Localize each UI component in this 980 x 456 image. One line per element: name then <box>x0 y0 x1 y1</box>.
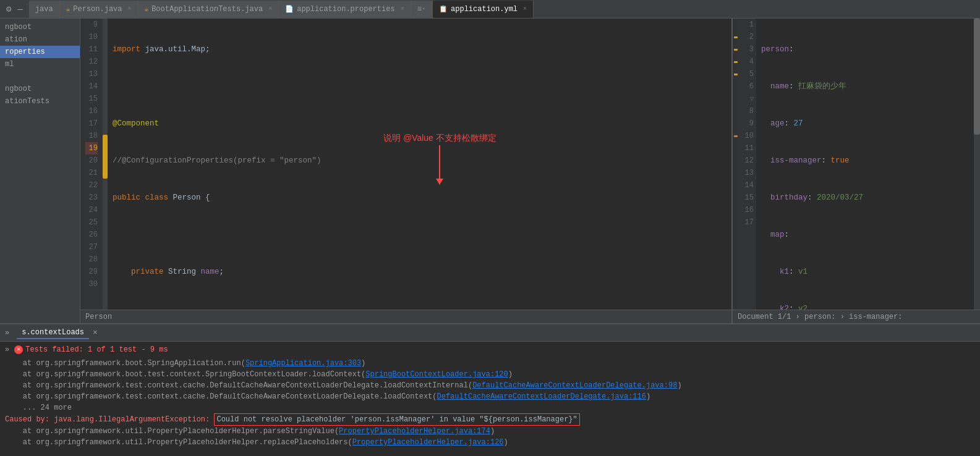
tab-java-label: java <box>35 5 53 14</box>
minimize-icon[interactable]: — <box>15 3 25 15</box>
rln-8: 8 <box>741 105 754 117</box>
link-replaceplaceholders[interactable]: PropertyPlaceholderHelper.java:126 <box>352 438 504 447</box>
ln-14: 14 <box>85 80 98 93</box>
code-line-9: import java.util.Map; <box>113 43 726 56</box>
bottom-content[interactable]: » ✕ Tests failed: 1 of 1 test - 9 ms at … <box>0 342 980 456</box>
link-springapplication[interactable]: SpringApplication.java:303 <box>245 359 361 368</box>
code-container-left[interactable]: 9 10 11 12 13 14 15 16 17 18 19 20 21 22… <box>80 19 731 310</box>
filename-label: Person <box>85 313 112 321</box>
tab-appyml[interactable]: 📋 application.yml × <box>433 1 534 18</box>
bottom-panel: » s.contextLoads × » ✕ Tests failed: 1 o… <box>0 323 980 456</box>
gutter-4 <box>733 56 739 68</box>
link-defaultcache-98[interactable]: DefaultCacheAwareContextLoaderDelegate.j… <box>472 381 677 390</box>
close-tab-boottest[interactable]: × <box>268 6 272 12</box>
left-scroll-col <box>103 19 108 310</box>
gutter-14 <box>733 179 739 192</box>
tests-status-row: » ✕ Tests failed: 1 of 1 test - 9 ms <box>5 344 975 355</box>
rln-12: 12 <box>741 154 754 167</box>
main-area: ngboot ation roperties ml ngboot ationTe… <box>0 19 980 323</box>
close-tab-appprops[interactable]: × <box>401 6 404 12</box>
rln-1: 1 <box>741 19 754 31</box>
settings-icon[interactable]: ⚙ <box>4 2 14 15</box>
tab-split-label: ≡· <box>417 5 426 14</box>
tab-boottest[interactable]: ☕ BootApplicationTests.java × <box>138 1 279 18</box>
bottom-tab-label: s.contextLoads <box>22 328 84 337</box>
link-defaultcache-116[interactable]: DefaultCacheAwareContextLoaderDelegate.j… <box>437 392 646 401</box>
code-line-10 <box>113 80 726 93</box>
tab-java[interactable]: java <box>29 1 60 18</box>
rln-15: 15 <box>741 192 754 204</box>
gutter-indicator-yellow3 <box>734 61 738 63</box>
stack-line-4: ... 24 more <box>5 402 975 413</box>
close-tab-person[interactable]: × <box>128 6 132 12</box>
tab-person-label: Person.java <box>73 5 122 14</box>
sidebar-item-properties[interactable]: roperties <box>0 46 80 58</box>
line-numbers-right: 1 2 3 4 5 6 ▽ 8 9 10 11 12 13 14 15 16 1 <box>739 19 756 310</box>
ln-23: 23 <box>85 192 98 204</box>
ln-21: 21 <box>85 167 98 179</box>
gutter-6 <box>733 80 739 93</box>
props-icon: 📄 <box>285 5 294 13</box>
sidebar-item-ation[interactable]: ation <box>0 33 80 46</box>
gutter-15 <box>733 192 739 204</box>
gutter-5 <box>733 68 739 80</box>
gutter-indicator-yellow <box>734 36 738 38</box>
rln-14: 14 <box>741 179 754 192</box>
rln-11: 11 <box>741 142 754 154</box>
code-line-11: @Component <box>113 117 726 130</box>
fold-7[interactable]: ▽ <box>750 93 754 106</box>
gutter-12 <box>733 154 739 167</box>
tab-boottest-label: BootApplicationTests.java <box>151 5 263 14</box>
code-line-13: public class Person { <box>113 192 726 204</box>
right-scroll-thumb <box>974 19 980 135</box>
rln-10: 10 <box>741 130 754 142</box>
yaml-line-4: iss-manager: true <box>761 154 969 167</box>
bottom-expand-icon[interactable]: » <box>5 344 9 355</box>
tab-appprops-label: application.properties <box>297 5 394 14</box>
ln-9: 9 <box>85 19 98 31</box>
tab-appyml-label: application.yml <box>451 5 518 14</box>
link-bootcontextloader[interactable]: SpringBootContextLoader.java:120 <box>365 370 508 379</box>
code-container-right[interactable]: 1 2 3 4 5 6 ▽ 8 9 10 11 12 13 14 15 16 1 <box>733 19 980 310</box>
sidebar-item-ngboot2[interactable]: ngboot <box>0 83 80 95</box>
ln-27: 27 <box>85 241 98 253</box>
rln-5: 5 <box>741 68 754 80</box>
code-line-12: //@ConfigurationProperties(prefix = "per… <box>113 154 726 167</box>
tab-person-java[interactable]: ☕ Person.java × <box>60 1 138 18</box>
close-tab-appyml[interactable]: × <box>523 6 527 12</box>
java-icon-2: ☕ <box>145 5 149 13</box>
expand-arrow-icon[interactable]: » <box>5 329 9 337</box>
ln-25: 25 <box>85 216 98 229</box>
sidebar-item-ationtests[interactable]: ationTests <box>0 95 80 108</box>
gutter-17 <box>733 216 739 229</box>
editor-left: 9 10 11 12 13 14 15 16 17 18 19 20 21 22… <box>80 19 733 323</box>
right-scrollbar[interactable] <box>974 19 980 310</box>
yaml-line-7: k1: v1 <box>761 266 969 278</box>
gutter-7 <box>733 93 739 105</box>
bottom-tab-bar: » s.contextLoads × <box>0 324 980 342</box>
code-line-14 <box>113 229 726 241</box>
ln-10: 10 <box>85 31 98 43</box>
ln-28: 28 <box>85 253 98 266</box>
tab-appprops[interactable]: 📄 application.properties × <box>279 1 411 18</box>
gutter-13 <box>733 167 739 179</box>
bottom-tab-contextloads[interactable]: s.contextLoads <box>17 327 89 339</box>
sidebar-item-yml[interactable]: ml <box>0 58 80 70</box>
sidebar: ngboot ation roperties ml ngboot ationTe… <box>0 19 80 323</box>
tab-split[interactable]: ≡· <box>411 1 433 18</box>
stack-line-0: at org.springframework.boot.SpringApplic… <box>5 358 975 369</box>
stack-line-1: at org.springframework.boot.test.context… <box>5 369 975 380</box>
rln-13: 13 <box>741 167 754 179</box>
right-editor-status: Document 1/1 › person: › iss-manager: <box>733 310 980 323</box>
close-bottom-tab[interactable]: × <box>93 328 98 337</box>
ln-12: 12 <box>85 56 98 68</box>
caused-by-line: Caused by: java.lang.IllegalArgumentExce… <box>5 413 975 426</box>
code-content-left[interactable]: import java.util.Map; @Component //@Conf… <box>108 19 731 310</box>
ln-20: 20 <box>85 154 98 167</box>
ln-29: 29 <box>85 266 98 278</box>
ln-19: 19 <box>85 142 98 154</box>
link-parsestring[interactable]: PropertyPlaceholderHelper.java:174 <box>339 427 490 436</box>
sidebar-item-ngboot[interactable]: ngboot <box>0 21 80 33</box>
code-content-right[interactable]: person: name: 扛麻袋的少年 age: 27 iss-manager… <box>756 19 974 310</box>
rln-16: 16 <box>741 204 754 216</box>
